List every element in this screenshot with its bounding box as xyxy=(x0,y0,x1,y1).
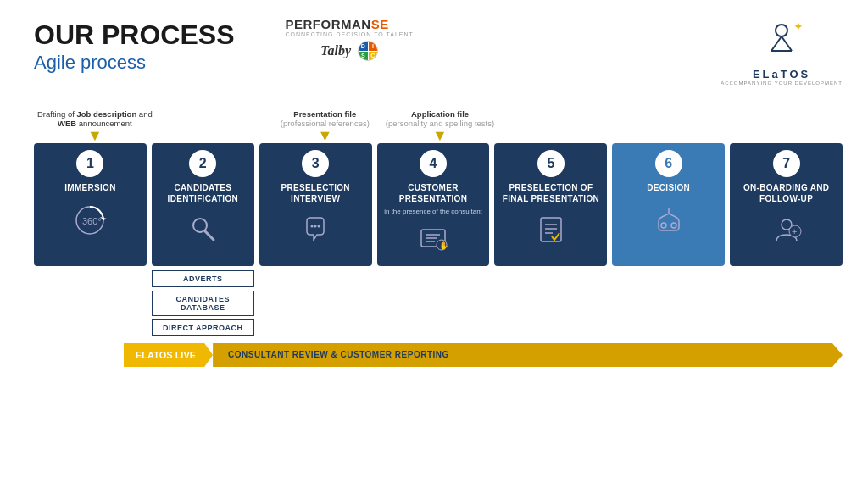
bottom-banner: ELATOS LIVE CONSULTANT REVIEW & CUSTOMER… xyxy=(124,343,843,367)
step-3-title: PRESELECTION INTERVIEW xyxy=(264,182,367,204)
elatos-logo: ✦ ELaTOS ACCOMPANYING YOUR DEVELOPMENT xyxy=(721,20,843,86)
annotation-3: Presentation file (professional referenc… xyxy=(267,109,382,143)
performanse-logo: PERFORMANSE CONNECTING DECISION TO TALEN… xyxy=(285,17,413,37)
step-3: 3 PRESELECTION INTERVIEW xyxy=(259,143,372,266)
step-5-icon xyxy=(536,214,566,250)
step-4: 4 CUSTOMER PRESENTATION in the presence … xyxy=(377,143,490,266)
step-6-icon xyxy=(654,203,684,239)
step-6: 6 DECISION xyxy=(612,143,725,266)
step-1-num: 1 xyxy=(76,150,103,177)
page: OUR PROCESS Agile process PERFORMANSE CO… xyxy=(0,0,868,488)
step-1-icon: 360° xyxy=(73,203,107,242)
step-5-title: PRESELECTION OF FINAL PRESENTATION xyxy=(499,182,602,204)
banner-elatos-live: ELATOS LIVE xyxy=(124,343,213,367)
step-2-col: 2 CANDIDATES IDENTIFICATION ADVERTS CAND… xyxy=(152,143,254,336)
svg-text:✦: ✦ xyxy=(793,20,804,33)
step-4-title: CUSTOMER PRESENTATION xyxy=(382,182,485,204)
step-2-title: CANDIDATES IDENTIFICATION xyxy=(157,182,249,204)
sub-item-candidates-db: CANDIDATES DATABASE xyxy=(152,291,254,316)
svg-point-25 xyxy=(671,223,676,228)
svg-text:360°: 360° xyxy=(82,216,102,226)
annotation-4: Application file (personality and spelli… xyxy=(382,109,498,143)
step-2-icon xyxy=(188,214,217,248)
talby-logo: Talby xyxy=(320,43,351,58)
banner-review: CONSULTANT REVIEW & CUSTOMER REPORTING xyxy=(213,343,843,367)
step-7-num: 7 xyxy=(773,150,800,177)
header: OUR PROCESS Agile process PERFORMANSE CO… xyxy=(34,20,843,86)
disc-logo: D I S C xyxy=(358,41,378,61)
step-4-subtitle: in the presence of the consultant xyxy=(384,208,482,216)
elatos-name: ELaTOS xyxy=(753,68,810,80)
step-2-num: 2 xyxy=(189,150,216,177)
step-2: 2 CANDIDATES IDENTIFICATION xyxy=(152,143,254,266)
annotations-row: Drafting of Job description and WEB anno… xyxy=(34,91,843,143)
svg-line-2 xyxy=(782,36,792,51)
annotation-1: Drafting of Job description and WEB anno… xyxy=(37,109,153,143)
step-3-icon xyxy=(300,214,331,250)
elatos-tagline: ACCOMPANYING YOUR DEVELOPMENT xyxy=(721,80,843,86)
step-7-title: ON-BOARDING AND FOLLOW-UP xyxy=(735,182,837,204)
sub-item-direct-approach: DIRECT APPROACH xyxy=(152,319,254,336)
step-5: 5 PRESELECTION OF FINAL PRESENTATION xyxy=(494,143,607,266)
sub-title: Agile process xyxy=(34,52,234,74)
step-7-icon: + xyxy=(771,214,802,250)
step-4-num: 4 xyxy=(420,150,447,177)
step-1-title: IMMERSION xyxy=(64,182,115,193)
step-6-num: 6 xyxy=(655,150,682,177)
step-4-icon: ✋ xyxy=(418,223,448,258)
svg-line-9 xyxy=(205,231,214,240)
main-title: OUR PROCESS xyxy=(34,20,234,50)
svg-point-11 xyxy=(314,225,317,228)
steps-area: 1 IMMERSION 360° 2 CANDIDATES IDENTIFICA… xyxy=(34,143,843,336)
svg-point-24 xyxy=(661,223,666,228)
step-3-num: 3 xyxy=(302,150,329,177)
svg-point-0 xyxy=(776,25,787,36)
svg-text:✋: ✋ xyxy=(439,241,449,251)
svg-text:+: + xyxy=(792,226,797,236)
title-block: OUR PROCESS Agile process xyxy=(34,20,234,74)
svg-line-1 xyxy=(771,36,782,51)
svg-rect-19 xyxy=(541,218,561,241)
svg-point-12 xyxy=(318,225,320,228)
step-1: 1 IMMERSION 360° xyxy=(34,143,147,266)
svg-point-10 xyxy=(311,225,314,228)
step-6-title: DECISION xyxy=(647,182,690,193)
sub-item-adverts: ADVERTS xyxy=(152,270,254,287)
step-5-num: 5 xyxy=(537,150,565,177)
step-2-subitems: ADVERTS CANDIDATES DATABASE DIRECT APPRO… xyxy=(152,270,254,336)
step-7: 7 ON-BOARDING AND FOLLOW-UP + xyxy=(730,143,843,266)
